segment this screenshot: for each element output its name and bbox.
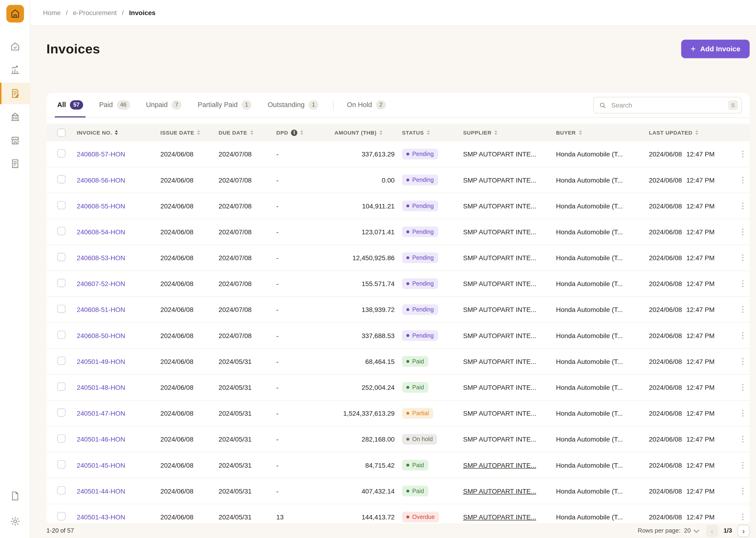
sidebar-item-settings[interactable] bbox=[0, 511, 30, 532]
supplier-cell[interactable]: SMP AUTOPART INTE... bbox=[463, 461, 536, 469]
sidebar-item-store[interactable] bbox=[0, 130, 30, 151]
invoice-number-link[interactable]: 240501-49-HON bbox=[77, 358, 125, 365]
table-row[interactable]: 240608-50-HON 2024/06/08 2024/07/08 - 33… bbox=[47, 323, 750, 349]
table-row[interactable]: 240608-51-HON 2024/06/08 2024/07/08 - 13… bbox=[47, 297, 750, 323]
row-actions-kebab-icon[interactable]: ⋮ bbox=[738, 149, 748, 159]
rows-per-page-select[interactable]: Rows per page: 20 bbox=[638, 527, 698, 534]
table-row[interactable]: 240501-44-HON 2024/06/08 2024/05/31 - 40… bbox=[47, 478, 750, 504]
table-row[interactable]: 240608-55-HON 2024/06/08 2024/07/08 - 10… bbox=[47, 193, 750, 219]
add-invoice-button[interactable]: + Add Invoice bbox=[681, 39, 750, 58]
row-checkbox[interactable] bbox=[57, 408, 65, 417]
table-row[interactable]: 240608-56-HON 2024/06/08 2024/07/08 - 0.… bbox=[47, 167, 750, 193]
tab-paid[interactable]: Paid 46 bbox=[97, 93, 132, 117]
row-actions-kebab-icon[interactable]: ⋮ bbox=[738, 434, 748, 444]
select-all-checkbox[interactable] bbox=[57, 129, 65, 137]
supplier-cell[interactable]: SMP AUTOPART INTE... bbox=[463, 409, 536, 417]
sidebar-item-documents[interactable] bbox=[0, 485, 30, 507]
table-row[interactable]: 240501-47-HON 2024/06/08 2024/05/31 - 1,… bbox=[47, 401, 750, 426]
row-checkbox[interactable] bbox=[57, 227, 65, 235]
row-checkbox[interactable] bbox=[57, 305, 65, 313]
row-checkbox[interactable] bbox=[57, 279, 65, 287]
breadcrumb-eprocurement[interactable]: e-Procurement bbox=[73, 9, 117, 16]
table-row[interactable]: 240501-46-HON 2024/06/08 2024/05/31 - 28… bbox=[47, 426, 750, 453]
supplier-cell[interactable]: SMP AUTOPART INTE... bbox=[463, 384, 536, 391]
supplier-cell[interactable]: SMP AUTOPART INTE... bbox=[463, 358, 536, 365]
row-actions-kebab-icon[interactable]: ⋮ bbox=[738, 305, 748, 314]
prev-page-button[interactable]: ‹ bbox=[706, 525, 718, 537]
supplier-cell[interactable]: SMP AUTOPART INTE... bbox=[463, 254, 536, 261]
supplier-cell[interactable]: SMP AUTOPART INTE... bbox=[463, 202, 536, 210]
supplier-cell[interactable]: SMP AUTOPART INTE... bbox=[463, 280, 536, 287]
invoice-number-link[interactable]: 240608-53-HON bbox=[77, 254, 125, 261]
tab-unpaid[interactable]: Unpaid 7 bbox=[144, 93, 184, 117]
row-actions-kebab-icon[interactable]: ⋮ bbox=[738, 175, 748, 185]
table-row[interactable]: 240608-54-HON 2024/06/08 2024/07/08 - 12… bbox=[47, 219, 750, 245]
supplier-cell[interactable]: SMP AUTOPART INTE... bbox=[463, 228, 536, 236]
row-actions-kebab-icon[interactable]: ⋮ bbox=[738, 227, 748, 237]
row-checkbox[interactable] bbox=[57, 175, 65, 183]
row-actions-kebab-icon[interactable]: ⋮ bbox=[738, 357, 748, 366]
row-checkbox[interactable] bbox=[57, 486, 65, 495]
invoice-number-link[interactable]: 240608-57-HON bbox=[77, 150, 125, 158]
table-row[interactable]: 240501-48-HON 2024/06/08 2024/05/31 - 25… bbox=[47, 375, 750, 401]
search-box[interactable]: S bbox=[593, 97, 742, 114]
invoice-number-link[interactable]: 240608-55-HON bbox=[77, 202, 125, 210]
table-row[interactable]: 240501-43-HON 2024/06/08 2024/05/31 13 1… bbox=[47, 504, 750, 523]
invoice-number-link[interactable]: 240608-54-HON bbox=[77, 228, 125, 236]
invoice-number-link[interactable]: 240501-47-HON bbox=[77, 409, 125, 417]
next-page-button[interactable]: › bbox=[737, 525, 750, 537]
row-checkbox[interactable] bbox=[57, 149, 65, 157]
search-input[interactable] bbox=[610, 101, 724, 109]
supplier-cell[interactable]: SMP AUTOPART INTE... bbox=[463, 150, 536, 158]
supplier-cell[interactable]: SMP AUTOPART INTE... bbox=[463, 435, 536, 443]
info-icon[interactable] bbox=[291, 130, 298, 136]
col-header-status[interactable]: STATUS bbox=[402, 130, 463, 135]
sidebar-item-home[interactable] bbox=[0, 36, 30, 57]
invoice-number-link[interactable]: 240608-51-HON bbox=[77, 306, 125, 313]
invoice-number-link[interactable]: 240607-52-HON bbox=[77, 280, 125, 287]
supplier-cell[interactable]: SMP AUTOPART INTE... bbox=[463, 177, 536, 184]
row-actions-kebab-icon[interactable]: ⋮ bbox=[738, 331, 748, 341]
row-checkbox[interactable] bbox=[57, 201, 65, 209]
table-row[interactable]: 240608-53-HON 2024/06/08 2024/07/08 - 12… bbox=[47, 245, 750, 271]
table-row[interactable]: 240501-45-HON 2024/06/08 2024/05/31 - 84… bbox=[47, 453, 750, 478]
row-actions-kebab-icon[interactable]: ⋮ bbox=[738, 512, 748, 522]
row-actions-kebab-icon[interactable]: ⋮ bbox=[738, 486, 748, 496]
col-header-dpd[interactable]: DPD bbox=[276, 130, 335, 136]
row-checkbox[interactable] bbox=[57, 253, 65, 261]
invoice-number-link[interactable]: 240501-45-HON bbox=[77, 461, 125, 469]
table-row[interactable]: 240501-49-HON 2024/06/08 2024/05/31 - 68… bbox=[47, 349, 750, 374]
row-actions-kebab-icon[interactable]: ⋮ bbox=[738, 279, 748, 289]
tab-partially-paid[interactable]: Partially Paid 1 bbox=[195, 93, 254, 117]
breadcrumb-home[interactable]: Home bbox=[43, 9, 61, 16]
col-header-last-updated[interactable]: LAST UPDATED bbox=[649, 130, 736, 135]
invoice-number-link[interactable]: 240608-50-HON bbox=[77, 332, 125, 339]
supplier-cell[interactable]: SMP AUTOPART INTE... bbox=[463, 487, 536, 495]
row-checkbox[interactable] bbox=[57, 434, 65, 443]
supplier-cell[interactable]: SMP AUTOPART INTE... bbox=[463, 513, 536, 520]
table-row[interactable]: 240607-52-HON 2024/06/08 2024/07/08 - 15… bbox=[47, 271, 750, 297]
row-actions-kebab-icon[interactable]: ⋮ bbox=[738, 408, 748, 418]
invoice-number-link[interactable]: 240501-43-HON bbox=[77, 513, 125, 520]
row-checkbox[interactable] bbox=[57, 460, 65, 468]
col-header-supplier[interactable]: SUPPLIER bbox=[463, 130, 556, 135]
row-checkbox[interactable] bbox=[57, 512, 65, 520]
col-header-buyer[interactable]: BUYER bbox=[556, 130, 649, 135]
table-row[interactable]: 240608-57-HON 2024/06/08 2024/07/08 - 33… bbox=[47, 141, 750, 167]
col-header-due-date[interactable]: DUE DATE bbox=[218, 130, 276, 135]
tab-all[interactable]: All 57 bbox=[55, 93, 85, 117]
col-header-invoice-no[interactable]: INVOICE NO. bbox=[77, 130, 161, 135]
tab-on-hold[interactable]: On Hold 2 bbox=[344, 93, 388, 117]
app-logo[interactable] bbox=[6, 5, 24, 23]
tab-outstanding[interactable]: Outstanding 1 bbox=[265, 93, 321, 117]
row-actions-kebab-icon[interactable]: ⋮ bbox=[738, 201, 748, 211]
invoice-number-link[interactable]: 240501-48-HON bbox=[77, 384, 125, 391]
sidebar-item-analytics[interactable] bbox=[0, 59, 30, 81]
sidebar-item-receipts[interactable] bbox=[0, 153, 30, 175]
sidebar-item-invoices[interactable] bbox=[0, 82, 30, 104]
col-header-issue-date[interactable]: ISSUE DATE bbox=[160, 130, 218, 135]
invoice-number-link[interactable]: 240608-56-HON bbox=[77, 177, 125, 184]
invoice-number-link[interactable]: 240501-44-HON bbox=[77, 487, 125, 495]
row-actions-kebab-icon[interactable]: ⋮ bbox=[738, 383, 748, 392]
row-actions-kebab-icon[interactable]: ⋮ bbox=[738, 460, 748, 470]
